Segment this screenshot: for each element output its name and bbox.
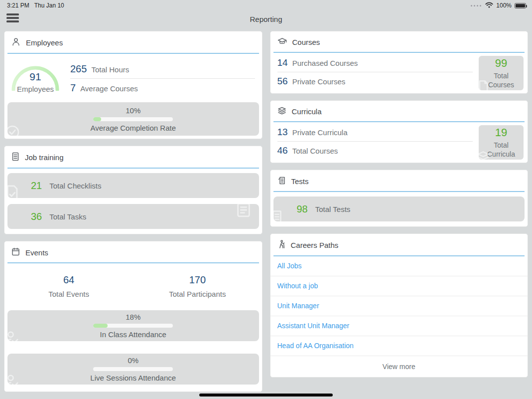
walking-person-icon — [277, 240, 285, 250]
curricula-card-header: Curricula — [270, 101, 528, 121]
stat-label: Total Events — [4, 290, 133, 298]
career-link-unit-manager[interactable]: Unit Manager — [270, 296, 528, 316]
total-curricula-tile: 19 Total Curricula — [479, 125, 524, 160]
graduation-cap-icon — [277, 37, 287, 47]
careers-paths-card: Careers Paths All Jobs Without a job Uni… — [270, 233, 529, 378]
stat-label: Purchased Courses — [292, 59, 358, 67]
total-tasks-row: 36 Total Tasks — [7, 204, 259, 229]
battery-icon — [515, 3, 526, 8]
stat-label: Private Curricula — [292, 128, 348, 137]
card-title: Curricula — [292, 107, 322, 116]
courses-body: 14 Purchased Courses 56 Private Courses … — [270, 53, 528, 93]
stat-value: 170 — [133, 274, 262, 286]
home-indicator[interactable] — [199, 394, 333, 397]
employees-stats: 265 Total Hours 7 Average Courses — [70, 58, 255, 97]
tile-value: 99 — [495, 57, 507, 70]
completion-progress-bar — [93, 117, 173, 121]
employees-count-label: Employees — [9, 85, 61, 93]
attendance-label: In Class Attendance — [100, 330, 166, 339]
row-value: 98 — [297, 203, 308, 215]
view-more-button[interactable]: View more — [270, 356, 528, 377]
person-check-watermark-icon — [7, 330, 19, 341]
card-title: Careers Paths — [291, 241, 339, 249]
career-link-assistant-unit-manager[interactable]: Assistant Unit Manager — [270, 316, 528, 336]
clipboard-list-watermark-icon — [235, 204, 252, 218]
stat-total-events: 64 Total Events — [4, 274, 133, 298]
stat-value: 56 — [277, 76, 288, 87]
stat-value: 14 — [277, 57, 288, 68]
calendar-icon — [11, 247, 20, 257]
document-check-watermark-icon — [7, 185, 20, 198]
stat-private-curricula: 13 Private Curricula — [277, 123, 473, 141]
tile-value: 19 — [495, 126, 507, 139]
total-tests-row: 98 Total Tests — [273, 197, 525, 221]
employees-gauge: 91 Employees — [9, 58, 61, 93]
stat-label: Total Hours — [91, 65, 129, 74]
completion-rate-panel: 10% Average Completion Rate — [7, 102, 259, 136]
row-value: 36 — [31, 211, 42, 222]
career-link-without-a-job[interactable]: Without a job — [270, 276, 528, 296]
curricula-card: Curricula 13 Private Curricula 46 Total … — [270, 100, 529, 163]
stat-private-courses: 56 Private Courses — [277, 72, 473, 90]
completion-progress-fill — [93, 117, 101, 121]
document-lines-watermark-icon — [273, 210, 284, 221]
status-date: Thu Jan 10 — [34, 2, 64, 9]
attendance-progress-fill — [93, 324, 108, 328]
employees-body: 91 Employees 265 Total Hours 7 Average C… — [4, 54, 262, 99]
stat-value: 13 — [277, 127, 288, 138]
page-title: Reporting — [0, 15, 532, 23]
stat-total-courses: 46 Total Courses — [277, 142, 473, 160]
employees-card: Employees 91 Employees — [4, 31, 263, 139]
nav-bar: Reporting — [0, 10, 532, 28]
card-title: Employees — [26, 38, 63, 47]
live-sessions-attendance-panel: 0% Live Sessions Attendance — [7, 354, 259, 385]
row-label: Total Tests — [315, 205, 351, 213]
attendance-label: Live Sessions Attendance — [90, 374, 176, 382]
cellular-signal-icon — [471, 5, 481, 6]
right-column: Courses 14 Purchased Courses 56 Private … — [270, 31, 529, 392]
employees-count: 91 — [9, 71, 61, 83]
stat-value: 64 — [4, 274, 133, 286]
tile-label: Total Curricula — [479, 141, 524, 159]
in-class-attendance-panel: 18% In Class Attendance — [7, 310, 259, 341]
wifi-icon — [485, 2, 493, 9]
layers-icon — [277, 107, 286, 116]
stat-average-courses: 7 Average Courses — [70, 79, 255, 97]
dashboard-content: Employees 91 Employees — [0, 28, 532, 392]
tests-card-header: Tests — [270, 170, 528, 191]
events-stats: 64 Total Events 170 Total Participants — [4, 263, 262, 307]
careers-paths-card-header: Careers Paths — [270, 234, 528, 255]
card-title: Courses — [292, 38, 320, 46]
status-time: 3:21 PM — [7, 2, 29, 9]
completion-percent: 10% — [126, 106, 140, 115]
checklist-icon — [11, 152, 19, 163]
tests-card: Tests 98 Total Tests — [270, 170, 529, 227]
stat-label: Average Courses — [80, 84, 138, 93]
stat-value: 7 — [70, 82, 76, 94]
attendance-percent: 18% — [126, 313, 140, 321]
status-bar: 3:21 PM Thu Jan 10 100% — [0, 0, 532, 10]
job-training-card: Job training 21 Total Checklists 36 Tota… — [4, 146, 263, 234]
career-link-all-jobs[interactable]: All Jobs — [270, 256, 528, 276]
courses-card-header: Courses — [270, 31, 528, 52]
stat-total-participants: 170 Total Participants — [133, 274, 262, 298]
career-link-head-of-aa-organisation[interactable]: Head of AA Organisation — [270, 336, 528, 356]
courses-card: Courses 14 Purchased Courses 56 Private … — [270, 31, 529, 94]
stat-label: Private Courses — [292, 77, 346, 86]
battery-percent: 100% — [496, 2, 512, 9]
total-checklists-row: 21 Total Checklists — [7, 173, 259, 198]
stat-purchased-courses: 14 Purchased Courses — [277, 54, 473, 72]
row-label: Total Tasks — [49, 212, 86, 221]
check-circle-watermark-icon — [7, 124, 20, 136]
tile-label: Total Courses — [479, 72, 524, 89]
card-title: Job training — [25, 153, 64, 162]
stat-value: 46 — [277, 145, 288, 156]
attendance-progress-bar — [93, 324, 173, 328]
row-label: Total Checklists — [49, 182, 101, 190]
events-card-header: Events — [4, 241, 262, 262]
completion-label: Average Completion Rate — [91, 124, 176, 132]
stat-label: Total Courses — [292, 147, 338, 155]
test-sheet-icon — [277, 176, 286, 186]
person-check-watermark-icon — [7, 374, 19, 385]
card-title: Events — [25, 248, 48, 257]
